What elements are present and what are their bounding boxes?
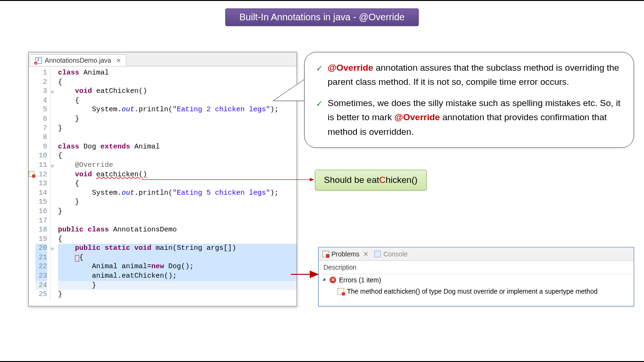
fold-icon[interactable]: ⊖: [51, 245, 54, 254]
code-line[interactable]: @Override: [58, 161, 297, 170]
close-icon[interactable]: ✕: [363, 250, 369, 258]
expand-icon[interactable]: [322, 278, 327, 282]
check-icon: ✓: [316, 62, 323, 90]
code-lines[interactable]: class Animal{ void eatChicken() { System…: [56, 66, 297, 301]
code-line[interactable]: }: [58, 207, 297, 216]
tab-label: Console: [383, 250, 407, 258]
code-line[interactable]: void eatchicken(): [58, 170, 297, 180]
bubble-item: ✓ @Override annotation assures that the …: [316, 61, 622, 90]
error-box-icon: [75, 255, 79, 262]
correction-callout: Should be eatChicken(): [315, 170, 427, 190]
errors-group[interactable]: ✕ Errors (1 item): [319, 274, 634, 286]
fold-icon[interactable]: ⊖: [51, 88, 54, 97]
error-item[interactable]: The method eatchicken() of type Dog must…: [319, 286, 634, 297]
code-line[interactable]: System.out.println("Eating 2 chicken leg…: [58, 105, 297, 115]
line-numbers: 1234567891011121314151617181920212223242…: [35, 66, 50, 301]
code-line[interactable]: }: [58, 197, 297, 207]
problems-tabbar: Problems ✕ Console: [319, 247, 634, 261]
error-marker-icon[interactable]: [29, 171, 35, 178]
code-area[interactable]: 1234567891011121314151617181920212223242…: [29, 66, 297, 301]
code-line[interactable]: [58, 216, 297, 226]
code-editor: × AnnotationsDemo.java ✕ 123456789101112…: [28, 52, 297, 306]
gutter-marks: [29, 66, 35, 301]
code-line[interactable]: {: [58, 253, 297, 263]
java-file-icon: ×: [35, 57, 42, 64]
check-icon: ✓: [316, 97, 323, 139]
code-line[interactable]: {: [58, 96, 297, 106]
code-line[interactable]: void eatChicken(): [58, 87, 297, 96]
code-line[interactable]: public static void main(String args[]): [58, 244, 297, 253]
bubble-text: @Override annotation assures that the su…: [328, 61, 622, 90]
error-item-icon: [338, 288, 344, 295]
explanation-bubble: ✓ @Override annotation assures that the …: [304, 52, 634, 148]
close-icon[interactable]: ✕: [116, 57, 121, 64]
code-line[interactable]: class Animal: [58, 68, 297, 78]
editor-tabbar: × AnnotationsDemo.java ✕: [29, 52, 297, 66]
title-banner: Built-In Annotations in java - @Override: [225, 8, 419, 26]
code-line[interactable]: }: [58, 124, 297, 133]
code-line[interactable]: }: [58, 115, 297, 124]
code-line[interactable]: [58, 133, 297, 142]
tab-label: Problems: [331, 250, 359, 258]
top-border: [0, 0, 644, 1]
error-icon: ✕: [330, 277, 336, 283]
code-line[interactable]: }: [58, 281, 297, 290]
code-line[interactable]: animal.eatChicken();: [58, 272, 297, 281]
fold-column: ⊖⊖⊖: [50, 66, 56, 301]
code-line[interactable]: class Dog extends Animal: [58, 142, 297, 152]
bubble-item: ✓ Sometimes, we does the silly mistake s…: [316, 96, 622, 139]
bubble-text: Sometimes, we does the silly mistake suc…: [328, 96, 622, 139]
tab-problems[interactable]: Problems ✕: [322, 250, 369, 258]
code-line[interactable]: {: [58, 78, 297, 87]
code-line[interactable]: }: [58, 290, 297, 299]
callout-red: C: [379, 175, 386, 185]
code-line[interactable]: Animal animal=new Dog();: [58, 262, 297, 272]
problems-header: Description: [319, 261, 634, 274]
error-text: The method eatchicken() of type Dog must…: [347, 288, 597, 295]
title-text: Built-In Annotations in java - @Override: [239, 12, 405, 22]
code-line[interactable]: public class AnnotationsDemo: [58, 225, 297, 235]
tab-console[interactable]: Console: [374, 250, 407, 258]
tab-label: AnnotationsDemo.java: [45, 57, 111, 64]
code-line[interactable]: System.out.println("Eating 5 chicken leg…: [58, 189, 297, 198]
errors-label: Errors (1 item): [339, 276, 381, 284]
problems-icon: [322, 251, 329, 257]
code-line[interactable]: {: [58, 179, 297, 189]
code-line[interactable]: {: [58, 151, 297, 161]
problems-panel: Problems ✕ Console Description ✕ Errors …: [318, 247, 634, 306]
code-line[interactable]: {: [58, 235, 297, 244]
callout-pre: Should be eat: [324, 175, 379, 185]
editor-tab[interactable]: × AnnotationsDemo.java ✕: [31, 54, 126, 66]
fold-icon[interactable]: ⊖: [51, 162, 54, 171]
console-icon: [374, 251, 381, 257]
callout-post: hicken(): [386, 175, 418, 185]
